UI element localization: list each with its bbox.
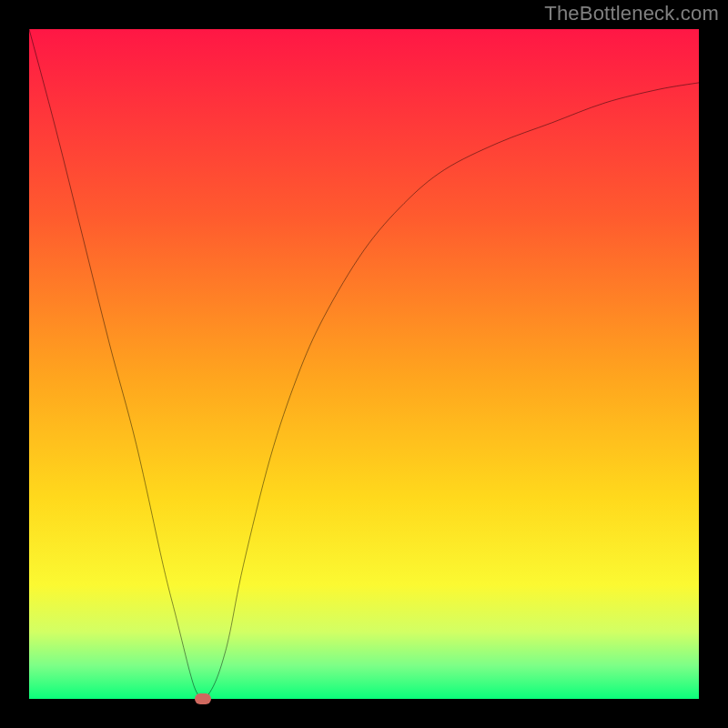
chart-frame: TheBottleneck.com [0, 0, 728, 728]
minimum-marker [195, 693, 211, 704]
bottleneck-curve [29, 29, 699, 699]
watermark-text: TheBottleneck.com [544, 2, 719, 25]
plot-area [29, 29, 699, 699]
curve-layer [29, 29, 699, 699]
